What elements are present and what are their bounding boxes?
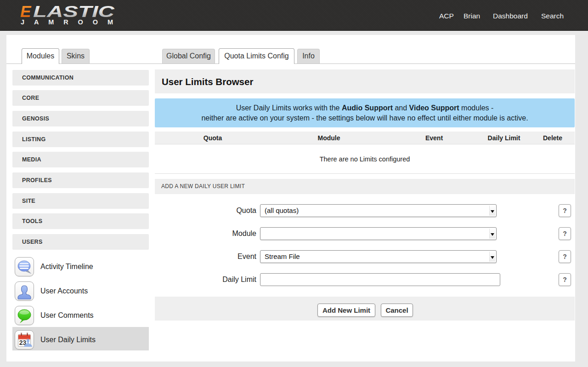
svg-text:LASTIC: LASTIC [33, 4, 115, 20]
svg-text:E: E [20, 4, 32, 20]
